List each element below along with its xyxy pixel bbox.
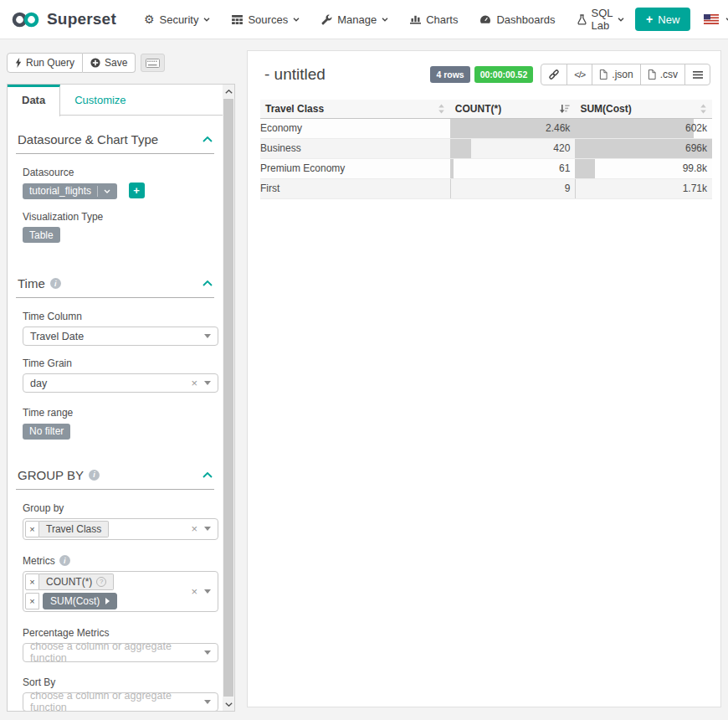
bar-chart-icon: [410, 14, 421, 24]
cell-travel-class: Business: [260, 138, 450, 158]
section-title: Time: [18, 276, 45, 291]
sort-by-label: Sort By: [23, 676, 214, 688]
time-range-selector[interactable]: No filter: [23, 424, 70, 440]
table-grid-icon: [232, 15, 243, 24]
nav-security[interactable]: ⚙ Security: [133, 0, 222, 39]
clear-icon[interactable]: ×: [191, 586, 197, 597]
superset-logo[interactable]: Superset: [11, 10, 116, 28]
run-query-label: Run Query: [26, 57, 74, 69]
table-row[interactable]: Business 420 696k: [260, 138, 712, 158]
tab-customize[interactable]: Customize: [60, 85, 140, 115]
chevron-up-icon[interactable]: [203, 136, 213, 142]
sort-icon[interactable]: [700, 104, 707, 114]
chevron-down-icon: [104, 189, 110, 193]
section-datasource-chart-type[interactable]: Datasource & Chart Type: [16, 132, 214, 147]
table-row[interactable]: Premium Economy 61 99.8k: [260, 158, 712, 178]
info-icon: i: [89, 470, 100, 481]
clear-icon[interactable]: ×: [191, 378, 197, 388]
cell-count: 61: [450, 158, 576, 178]
nav-sources-label: Sources: [248, 13, 288, 26]
column-header-travel-class[interactable]: Travel Class: [260, 100, 450, 118]
sort-desc-icon[interactable]: [559, 104, 570, 114]
scrollbar-thumb[interactable]: [223, 99, 233, 697]
nav-charts[interactable]: Charts: [399, 0, 469, 39]
cell-sum: 696k: [575, 138, 712, 158]
remove-chip-button[interactable]: ×: [25, 573, 39, 590]
time-grain-value: day: [30, 378, 47, 389]
column-header-sum-cost[interactable]: SUM(Cost): [575, 100, 712, 118]
viz-type-selector[interactable]: Table: [23, 227, 60, 243]
nav-sql-lab[interactable]: SQL Lab: [567, 0, 636, 39]
add-datasource-button[interactable]: +: [129, 183, 145, 198]
chevron-up-icon[interactable]: [203, 280, 213, 286]
table-row[interactable]: First 9 1.71k: [260, 178, 712, 198]
remove-chip-button[interactable]: ×: [25, 521, 39, 537]
keyboard-shortcuts-button[interactable]: [141, 54, 165, 72]
export-csv-button[interactable]: .csv: [640, 64, 685, 85]
info-icon: i: [50, 278, 61, 289]
nav-dashboards[interactable]: Dashboards: [469, 0, 566, 39]
percentage-metrics-select[interactable]: choose a column or aggregate function: [23, 643, 218, 662]
datasource-value: tutorial_flights: [29, 185, 91, 197]
save-button[interactable]: Save: [83, 53, 136, 73]
more-options-button[interactable]: [684, 64, 710, 85]
nav-manage[interactable]: Manage: [310, 0, 399, 39]
column-header-count[interactable]: COUNT(*): [450, 100, 576, 118]
chart-title[interactable]: - untitled: [264, 65, 430, 84]
panel-scrollbar[interactable]: [223, 85, 234, 711]
question-icon: ?: [96, 577, 106, 587]
query-timer-badge: 00:00:00.52: [474, 66, 534, 83]
sort-icon[interactable]: [438, 104, 445, 114]
sort-by-select[interactable]: choose a column or aggregate function: [23, 692, 218, 712]
share-link-button[interactable]: [541, 64, 567, 85]
scroll-up-button[interactable]: [223, 85, 234, 98]
datasource-selector[interactable]: tutorial_flights: [23, 183, 117, 199]
chevron-up-icon[interactable]: [203, 472, 213, 478]
tab-data-label: Data: [22, 94, 45, 106]
cell-travel-class: First: [260, 178, 450, 198]
tab-data[interactable]: Data: [8, 85, 60, 116]
navbar: Superset ⚙ Security Sources Manage Char: [0, 0, 728, 39]
time-grain-select[interactable]: day ×: [23, 373, 218, 393]
cell-count: 2.46k: [450, 118, 576, 138]
view-query-button[interactable]: </>: [567, 64, 592, 85]
code-icon: </>: [574, 69, 585, 80]
cell-travel-class: Premium Economy: [260, 158, 450, 178]
caret-down-icon: [204, 589, 211, 594]
group-by-chip-label[interactable]: Travel Class: [39, 521, 109, 537]
export-json-button[interactable]: .json: [592, 64, 640, 85]
nav-sources[interactable]: Sources: [221, 0, 310, 39]
export-csv-label: .csv: [660, 69, 678, 80]
caret-right-icon: [105, 598, 110, 604]
time-grain-label: Time Grain: [23, 357, 214, 369]
run-query-button[interactable]: Run Query: [7, 53, 83, 73]
caret-down-icon: [204, 651, 211, 655]
control-panel: Data Customize Datasource & Chart Type D…: [7, 84, 235, 712]
clear-icon[interactable]: ×: [191, 523, 197, 534]
section-time[interactable]: Time i: [16, 276, 214, 291]
brand-name: Superset: [47, 10, 116, 28]
table-row[interactable]: Economy 2.46k 602k: [260, 118, 712, 138]
metrics-select[interactable]: × COUNT(*) ? × SUM(Cost) ×: [23, 571, 218, 612]
new-button[interactable]: + New: [635, 8, 690, 31]
scroll-down-button[interactable]: [223, 697, 234, 711]
metric-count-chip-label[interactable]: COUNT(*) ?: [39, 573, 114, 590]
group-by-select[interactable]: × Travel Class ×: [23, 518, 218, 540]
superset-infinity-icon: [11, 11, 41, 28]
section-divider: [16, 297, 214, 298]
metric-sum-chip-label[interactable]: SUM(Cost): [43, 593, 117, 609]
language-selector[interactable]: [704, 14, 728, 24]
time-column-select[interactable]: Travel Date: [23, 327, 218, 346]
tab-customize-label: Customize: [74, 94, 126, 106]
remove-chip-button[interactable]: ×: [25, 593, 39, 609]
time-column-label: Time Column: [23, 311, 214, 322]
dashboard-gauge-icon: [479, 14, 491, 24]
section-divider: [16, 153, 214, 154]
plus-circle-icon: [90, 58, 100, 68]
section-group-by[interactable]: GROUP BY i: [16, 468, 214, 482]
save-label: Save: [105, 57, 127, 69]
file-icon: [648, 69, 656, 80]
nav-manage-label: Manage: [337, 13, 377, 26]
us-flag-icon: [704, 14, 719, 24]
time-column-value: Travel Date: [30, 331, 84, 342]
